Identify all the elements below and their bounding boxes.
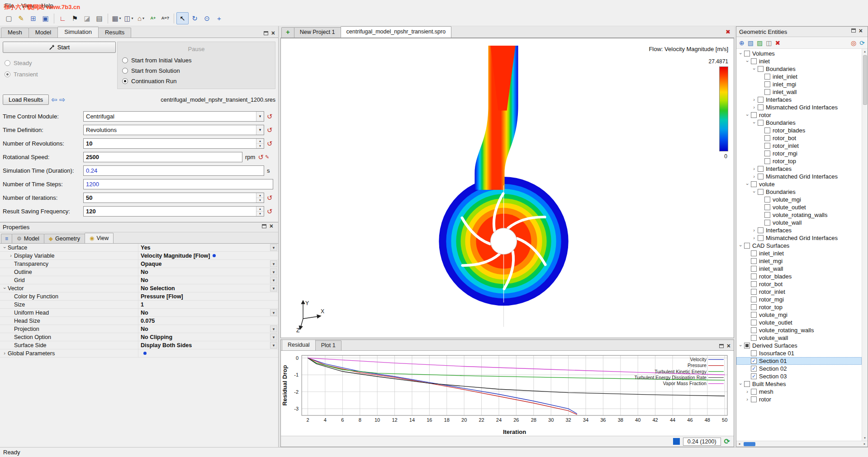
display-mode-icon[interactable]: ▦▾ xyxy=(110,12,123,24)
checkbox[interactable] xyxy=(751,181,757,187)
dropdown-caret-icon[interactable]: ▾ xyxy=(119,16,121,20)
checkbox[interactable] xyxy=(758,166,764,172)
checkbox[interactable] xyxy=(764,89,770,95)
tab-simulation[interactable]: Simulation xyxy=(57,27,99,38)
spin-up-icon[interactable]: ▴ xyxy=(256,207,264,212)
spin-down-icon[interactable]: ▾ xyxy=(256,212,264,216)
prop-outline[interactable]: OutlineNo▾ xyxy=(0,268,278,276)
expander-icon[interactable]: › xyxy=(751,166,757,171)
spin-down-icon[interactable]: ▾ xyxy=(256,198,264,203)
combo-arrow-icon[interactable]: ▾ xyxy=(270,325,277,332)
expander-icon[interactable]: › xyxy=(738,343,743,349)
checkbox[interactable] xyxy=(764,151,770,156)
invert-selection-icon[interactable]: ◫ xyxy=(766,40,772,46)
prop-transparency[interactable]: TransparencyOpaque▾ xyxy=(0,260,278,268)
combo-arrow-icon[interactable]: ▾ xyxy=(270,269,277,275)
tree-node-volumes[interactable]: ›Volumes xyxy=(736,50,862,57)
axes-icon[interactable]: ∟ xyxy=(57,12,69,24)
flag-icon[interactable]: ⚑ xyxy=(69,12,81,24)
close-panel-icon[interactable]: × xyxy=(727,344,730,348)
tree-node-rotor[interactable]: ›rotor xyxy=(736,111,862,119)
select-cursor-icon[interactable]: ↖ xyxy=(176,12,189,24)
checkbox[interactable] xyxy=(764,127,770,133)
document-tab-new-project-1[interactable]: New Project 1 xyxy=(294,27,341,38)
prop-color-by-function[interactable]: Color by FunctionPressure [Flow] xyxy=(0,292,278,301)
render-viewport[interactable]: Flow: Velocity Magnitude [m/s] 27.4871 0… xyxy=(280,38,734,338)
query-label-icon[interactable]: A=? xyxy=(159,12,171,24)
field-rotational-speed[interactable]: 2500 xyxy=(83,152,242,162)
combo-arrow-icon[interactable]: ▾ xyxy=(270,260,277,267)
combo-arrow-icon[interactable]: ▾ xyxy=(270,285,277,292)
checkbox[interactable] xyxy=(751,320,757,325)
expander-icon[interactable]: › xyxy=(745,181,750,188)
tree-node-rotor-blades[interactable]: rotor_blades xyxy=(736,127,862,134)
scroll-down-icon[interactable]: ▾ xyxy=(864,435,866,441)
field-time-control-module[interactable]: Centrifugal▾ xyxy=(83,111,264,122)
reset-icon[interactable]: ↺ xyxy=(267,140,273,147)
scroll-left-icon[interactable]: ◂ xyxy=(736,442,742,446)
spin-up-icon[interactable]: ▴ xyxy=(256,139,264,144)
checkbox[interactable] xyxy=(744,51,750,57)
tree-horizontal-scrollbar[interactable]: ◂ ▸ xyxy=(736,441,868,447)
tree-node-cad-surfaces[interactable]: ›CAD Surfaces xyxy=(736,242,862,250)
checkbox[interactable] xyxy=(764,143,770,149)
checkbox[interactable] xyxy=(744,243,750,249)
save-icon[interactable]: ▣ xyxy=(39,12,52,24)
tree-node-rotor-mgi[interactable]: rotor_mgi xyxy=(736,150,862,157)
checkbox[interactable] xyxy=(758,227,764,233)
tree-node-rotor-blades[interactable]: rotor_blades xyxy=(736,273,862,280)
pump-cfd-visualization[interactable] xyxy=(281,38,734,338)
refresh-plot-icon[interactable]: ⟳ xyxy=(724,438,730,445)
checkbox[interactable]: ✓ xyxy=(751,366,757,372)
new-file-icon[interactable]: ▢ xyxy=(3,12,15,24)
prop-global-parameters[interactable]: ›Global Parameters xyxy=(0,349,278,358)
tab-mesh[interactable]: Mesh xyxy=(1,28,29,38)
expander-icon[interactable]: › xyxy=(745,58,750,65)
pick-entity-icon[interactable]: ⊕ xyxy=(739,40,745,46)
previous-result-icon[interactable]: ⇦ xyxy=(51,96,57,104)
tree-node-rotor-top[interactable]: rotor_top xyxy=(736,157,862,165)
close-panel-icon[interactable]: × xyxy=(270,224,273,228)
scrollbar-thumb[interactable] xyxy=(744,442,755,446)
tree-node-volute-mgi[interactable]: volute_mgi xyxy=(736,311,862,319)
tab-model[interactable]: ⚙Model xyxy=(12,234,44,243)
rotate-view-icon[interactable]: ↻ xyxy=(189,12,201,24)
tree-node-mismatched-grid-interfaces[interactable]: ›Mismatched Grid Interfaces xyxy=(736,104,862,111)
open-model-icon[interactable]: ⊞ xyxy=(27,12,39,24)
tree-node-volute[interactable]: ›volute xyxy=(736,180,862,188)
expander-icon[interactable]: › xyxy=(744,389,750,394)
expander-icon[interactable]: › xyxy=(1,351,8,356)
field-number-of-time-steps[interactable]: 1200 xyxy=(83,179,273,189)
tree-node-mismatched-grid-interfaces[interactable]: ›Mismatched Grid Interfaces xyxy=(736,234,862,242)
radio-start-from-solution[interactable]: Start from Solution xyxy=(122,67,270,74)
menu-file[interactable]: File xyxy=(1,1,18,10)
field-number-of-revolutions[interactable]: 10▴▾ xyxy=(83,138,264,149)
tree-node-volute-rotating-walls[interactable]: volute_rotating_walls xyxy=(736,326,862,334)
checkbox[interactable] xyxy=(758,174,764,179)
tree-node-volute-wall[interactable]: volute_wall xyxy=(736,334,862,342)
radio-start-from-initial-values[interactable]: Start from Initial Values xyxy=(122,57,270,64)
tree-node-volute-rotating-walls[interactable]: volute_rotating_walls xyxy=(736,211,862,219)
residual-chart[interactable]: 2468101214161820222426283032343638404244… xyxy=(281,351,734,436)
expander-icon[interactable]: › xyxy=(752,120,757,126)
tree-node-volute-outlet[interactable]: volute_outlet xyxy=(736,319,862,326)
tree-node-volute-outlet[interactable]: volute_outlet xyxy=(736,203,862,211)
radio-transient[interactable]: Transient xyxy=(5,71,116,78)
spinner-buttons[interactable]: ▴▾ xyxy=(256,193,264,203)
prop-grid[interactable]: GridNo▾ xyxy=(0,276,278,284)
spinner-buttons[interactable]: ▴▾ xyxy=(256,207,264,216)
sync-tree-icon[interactable]: ⟳ xyxy=(859,40,865,46)
field-time-definition[interactable]: Revolutions▾ xyxy=(83,125,264,135)
tree-node-rotor-bot[interactable]: rotor_bot xyxy=(736,134,862,142)
combo-arrow-icon[interactable]: ▾ xyxy=(270,342,277,349)
zoom-icon[interactable]: ⊙ xyxy=(201,12,213,24)
scroll-up-icon[interactable]: ▴ xyxy=(864,49,866,54)
checkbox[interactable] xyxy=(751,281,757,287)
field-number-of-iterations[interactable]: 50▴▾ xyxy=(83,193,264,203)
expander-icon[interactable]: › xyxy=(745,112,750,118)
menu-view[interactable]: View xyxy=(18,1,38,10)
field-simulation-time-duration[interactable]: 0.24 xyxy=(83,165,264,176)
home-view-icon[interactable]: ⌂▾ xyxy=(135,12,147,24)
checkbox[interactable] xyxy=(751,258,757,264)
tree-node-boundaries[interactable]: ›Boundaries xyxy=(736,65,862,73)
